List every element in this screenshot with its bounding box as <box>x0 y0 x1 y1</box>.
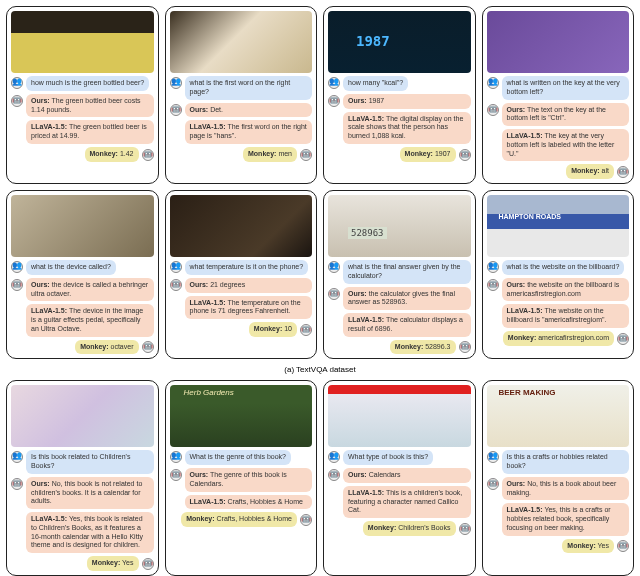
bot-icon <box>11 95 23 107</box>
sample-image <box>487 11 630 73</box>
ours-answer: Ours: No, this book is not related to ch… <box>26 477 154 509</box>
question-bubble: what is the device called? <box>26 260 116 275</box>
llava-answer: LLaVA-1.5: The temperature on the phone … <box>185 296 313 320</box>
monkey-answer: Monkey: Yes <box>87 556 139 571</box>
sample-image <box>11 195 154 257</box>
question-bubble: what is the final answer given by the ca… <box>343 260 471 284</box>
monkey-answer: Monkey: Crafts, Hobbies & Home <box>181 512 297 527</box>
ours-answer: Ours: the device is called a behringer u… <box>26 278 154 302</box>
sample-image <box>11 385 154 447</box>
user-icon <box>487 261 499 273</box>
sample-image <box>11 11 154 73</box>
question-bubble: What type of book is this? <box>343 450 433 465</box>
card-a-7: what is the website on the billboard? Ou… <box>482 190 635 359</box>
sample-image <box>328 385 471 447</box>
monkey-answer: Monkey: Yes <box>562 539 614 554</box>
figure-container: how much is the green bottled beer? Ours… <box>0 0 640 576</box>
user-icon <box>328 451 340 463</box>
user-icon <box>328 261 340 273</box>
ours-answer: Ours: No, this is a book about beer maki… <box>502 477 630 501</box>
question-bubble: Is this book related to Children's Books… <box>26 450 154 474</box>
ours-answer: Ours: The green bottled beer costs 1.14 … <box>26 94 154 118</box>
bot-icon <box>300 324 312 336</box>
user-icon <box>328 77 340 89</box>
llava-answer: LLaVA-1.5: The first word on the right p… <box>185 120 313 144</box>
card-a-4: what is the device called? Ours: the dev… <box>6 190 159 359</box>
question-bubble: what temperature is it on the phone? <box>185 260 309 275</box>
monkey-answer: Monkey: alt <box>566 164 614 179</box>
llava-answer: LLaVA-1.5: The key at the very bottom le… <box>502 129 630 161</box>
llava-answer: LLaVA-1.5: Yes, this book is related to … <box>26 512 154 553</box>
row-a2: what is the device called? Ours: the dev… <box>6 190 634 359</box>
monkey-answer: Monkey: Children's Books <box>363 521 456 536</box>
question-bubble: what is the website on the billboard? <box>502 260 625 275</box>
llava-answer: LLaVA-1.5: Yes, this is a crafts or hobb… <box>502 503 630 535</box>
row-a1: how much is the green bottled beer? Ours… <box>6 6 634 184</box>
bot-icon <box>328 95 340 107</box>
monkey-answer: Monkey: 1.42 <box>85 147 139 162</box>
bot-icon <box>11 478 23 490</box>
bot-icon <box>487 279 499 291</box>
card-a-1: what is the first word on the right page… <box>165 6 318 184</box>
user-icon <box>487 451 499 463</box>
bot-icon <box>617 540 629 552</box>
ours-answer: Ours: The genre of this book is Calendar… <box>185 468 313 492</box>
user-icon <box>487 77 499 89</box>
question-bubble: what is written on the key at the very b… <box>502 76 630 100</box>
llava-answer: LLaVA-1.5: This is a children's book, fe… <box>343 486 471 518</box>
card-a-6: what is the final answer given by the ca… <box>323 190 476 359</box>
card-b-3: Is this a crafts or hobbies related book… <box>482 380 635 576</box>
llava-answer: LLaVA-1.5: The digital display on the sc… <box>343 112 471 144</box>
question-bubble: how many "kcal"? <box>343 76 408 91</box>
bot-icon <box>459 523 471 535</box>
llava-answer: LLaVA-1.5: The calculator displays a res… <box>343 313 471 337</box>
user-icon <box>170 77 182 89</box>
question-bubble: how much is the green bottled beer? <box>26 76 149 91</box>
bot-icon <box>459 341 471 353</box>
llava-answer: LLaVA-1.5: The device in the image is a … <box>26 304 154 336</box>
bot-icon <box>300 149 312 161</box>
sample-image <box>170 195 313 257</box>
card-b-1: What is the genre of this book? Ours: Th… <box>165 380 318 576</box>
card-a-5: what temperature is it on the phone? Our… <box>165 190 318 359</box>
question-bubble: Is this a crafts or hobbies related book… <box>502 450 630 474</box>
ours-answer: Ours: the calculator gives the final ans… <box>343 287 471 311</box>
sample-image <box>170 385 313 447</box>
bot-icon <box>487 478 499 490</box>
question-bubble: what is the first word on the right page… <box>185 76 313 100</box>
monkey-answer: Monkey: americafirstregion.com <box>503 331 614 346</box>
question-bubble: What is the genre of this book? <box>185 450 292 465</box>
card-a-3: what is written on the key at the very b… <box>482 6 635 184</box>
bot-icon <box>459 149 471 161</box>
monkey-answer: Monkey: octaver <box>75 340 138 355</box>
monkey-answer: Monkey: 52896.3 <box>390 340 456 355</box>
sample-image <box>487 195 630 257</box>
card-b-2: What type of book is this? Ours: Calenda… <box>323 380 476 576</box>
row-b: Is this book related to Children's Books… <box>6 380 634 576</box>
caption-a: (a) TextVQA dataset <box>6 365 634 374</box>
sample-image <box>328 11 471 73</box>
ours-answer: Ours: Calendars <box>343 468 471 483</box>
card-a-2: how many "kcal"? Ours: 1987 LLaVA-1.5: T… <box>323 6 476 184</box>
sample-image <box>487 385 630 447</box>
llava-answer: LLaVA-1.5: The green bottled beer is pri… <box>26 120 154 144</box>
user-icon <box>11 77 23 89</box>
bot-icon <box>142 149 154 161</box>
card-a-0: how much is the green bottled beer? Ours… <box>6 6 159 184</box>
ours-answer: Ours: the website on the billboard is am… <box>502 278 630 302</box>
monkey-answer: Monkey: 1907 <box>400 147 456 162</box>
bot-icon <box>487 104 499 116</box>
bot-icon <box>617 166 629 178</box>
bot-icon <box>328 288 340 300</box>
bot-icon <box>617 333 629 345</box>
bot-icon <box>11 279 23 291</box>
user-icon <box>11 261 23 273</box>
bot-icon <box>142 341 154 353</box>
bot-icon <box>170 469 182 481</box>
card-b-0: Is this book related to Children's Books… <box>6 380 159 576</box>
monkey-answer: Monkey: 10 <box>249 322 297 337</box>
bot-icon <box>300 514 312 526</box>
sample-image <box>328 195 471 257</box>
user-icon <box>170 261 182 273</box>
user-icon <box>11 451 23 463</box>
